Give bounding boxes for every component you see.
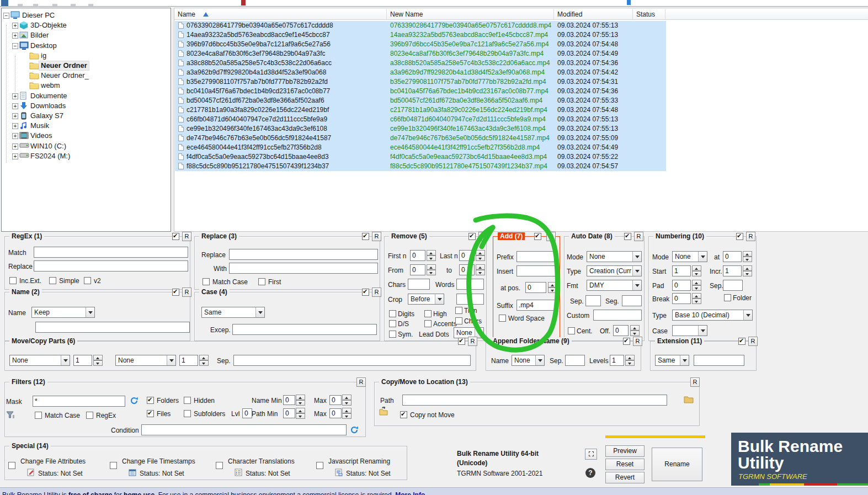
filters-path-max-spinner[interactable] [342, 408, 352, 419]
filters-condition-input[interactable] [141, 424, 347, 435]
numbering-start-input[interactable] [672, 265, 691, 276]
tree-item-webm[interactable]: webm [2, 81, 171, 91]
filters-name-min-spinner[interactable] [296, 395, 305, 406]
filters-regex-checkbox[interactable] [86, 412, 93, 419]
add-at-pos-spinner[interactable] [548, 282, 557, 293]
numbering-type-select[interactable]: Base 10 (Decimal) [672, 310, 753, 321]
file-row[interactable]: de747be946c767b63e5e0b056dc5f91824e41587… [175, 134, 666, 143]
chevron-down-icon[interactable] [61, 355, 70, 365]
remove-chars-input[interactable] [408, 279, 430, 290]
filters-name-max-spinner[interactable] [342, 395, 352, 406]
add-at-pos-input[interactable] [525, 282, 546, 293]
remove-crop-select[interactable]: Before [408, 294, 444, 305]
file-row[interactable]: b35e2799081107f757ab7b0fd777bb782b92a2fd… [175, 77, 666, 87]
filters-files-checkbox[interactable] [147, 410, 154, 417]
file-row[interactable]: a38c88b520a585a258e57c4b3c538c22d06a6acc… [175, 58, 666, 68]
file-row[interactable]: f4df0ca5c5a0e9eaac59273bc64d15baae4ee8d3… [175, 152, 666, 162]
character-translations-checkbox[interactable] [216, 462, 223, 469]
chevron-down-icon[interactable] [255, 307, 264, 317]
tree-item-dokumente[interactable]: +Dokumente [2, 91, 171, 101]
numbering-pad-input[interactable] [672, 280, 691, 291]
remove-trim-checkbox[interactable] [455, 307, 462, 314]
name-text-input[interactable] [35, 322, 190, 333]
remove-from-spinner[interactable] [427, 264, 436, 275]
remove-high-checkbox[interactable] [424, 310, 432, 317]
filters-path-min-spinner[interactable] [296, 408, 305, 419]
collapse-icon[interactable]: − [3, 13, 9, 19]
remove-digits-checkbox[interactable] [389, 310, 396, 317]
regex-incext-checkbox[interactable] [9, 277, 17, 284]
case-mode-select[interactable]: Same [201, 307, 265, 318]
javascript-renaming-checkbox[interactable] [316, 462, 323, 469]
add-reset-button[interactable]: R [546, 232, 556, 241]
numbering-mode-select[interactable]: None [672, 251, 707, 262]
file-row[interactable]: bd500457cf261df672ba0e3df8e366a5f502aaf6… [175, 96, 666, 105]
chevron-down-icon[interactable] [632, 280, 641, 290]
copy-move-path-input[interactable] [402, 395, 667, 406]
numbering-break-spinner[interactable] [692, 293, 701, 304]
tree-item-neuer-ordner-[interactable]: Neuer Ordner_ [2, 71, 171, 81]
copy-move-reset-button[interactable]: R [690, 377, 700, 387]
chevron-down-icon[interactable] [632, 266, 641, 276]
remove-words-input[interactable] [456, 279, 484, 290]
reset-button[interactable]: Reset [605, 459, 645, 470]
tree-item-neuer-ordner[interactable]: Neuer Ordner [2, 61, 171, 71]
filters-lvl-input[interactable] [242, 408, 252, 418]
replace-first-checkbox[interactable] [258, 278, 265, 285]
auto-date-off-spinner[interactable] [630, 325, 640, 336]
remove-ds-checkbox[interactable] [389, 320, 396, 327]
append-reset-button[interactable]: R [633, 337, 642, 346]
add-insert-input[interactable] [516, 265, 556, 276]
name-reset-button[interactable]: R [182, 288, 191, 297]
name-enabled-checkbox[interactable] [172, 289, 179, 296]
numbering-start-spinner[interactable] [692, 265, 701, 276]
filters-name-max-input[interactable] [329, 395, 342, 405]
tree-item-dieser-pc[interactable]: −Dieser PC [2, 10, 171, 20]
append-levels-input[interactable] [610, 355, 624, 366]
file-attributes-icon[interactable] [27, 469, 35, 478]
extension-reset-button[interactable]: R [748, 337, 758, 346]
expand-icon[interactable]: + [12, 93, 18, 99]
regex-simple-checkbox[interactable] [49, 277, 56, 284]
expand-window-button[interactable] [585, 449, 597, 460]
auto-date-enabled-checkbox[interactable] [624, 233, 631, 240]
column-header-modified[interactable]: Modified [554, 9, 633, 19]
numbering-enabled-checkbox[interactable] [736, 233, 743, 240]
move-copy-reset-button[interactable]: R [468, 337, 477, 346]
file-row[interactable]: ce99e1b320496f340fe167463ac43da9c3ef6108… [175, 124, 666, 134]
tree-item-3d-objekte[interactable]: +3D-Objekte [2, 20, 171, 30]
remove-to-spinner[interactable] [476, 264, 485, 275]
file-row[interactable]: 8023e4ca8af76b30f6c3ef79648b29b04a97a3fc… [175, 49, 666, 58]
append-sep-input[interactable] [565, 355, 585, 366]
column-header-name[interactable]: Name [174, 9, 387, 19]
add-suffix-input[interactable] [516, 300, 556, 311]
revert-button[interactable]: Revert [605, 472, 645, 483]
tree-item-fs2024-m-[interactable]: +FS2024 (M:) [2, 151, 171, 161]
refresh-icon[interactable] [350, 425, 359, 434]
numbering-at-spinner[interactable] [743, 251, 752, 262]
expand-icon[interactable]: + [12, 133, 18, 139]
move-copy-n2-input[interactable] [179, 355, 198, 366]
tree-item-galaxy-s7[interactable]: +Galaxy S7 [2, 111, 171, 121]
remove-first-n-spinner[interactable] [427, 250, 436, 261]
file-row[interactable]: c217781b1a90a3fa829c0226e156dc224ed219bf… [175, 105, 666, 115]
expand-icon[interactable]: + [12, 153, 18, 159]
auto-date-cent-checkbox[interactable] [568, 327, 575, 334]
filters-path-max-input[interactable] [329, 408, 342, 418]
filters-path-min-input[interactable] [283, 408, 295, 418]
move-copy-n2-spinner[interactable] [199, 355, 209, 366]
chevron-down-icon[interactable] [698, 252, 707, 262]
remove-sym-checkbox[interactable] [389, 331, 396, 338]
expand-icon[interactable]: + [12, 103, 18, 109]
file-row[interactable]: a3a962b9d7ff929820b4a1d38d4f52a3ef90a068… [175, 68, 666, 77]
remove-last-n-spinner[interactable] [476, 250, 485, 261]
help-icon[interactable]: ? [585, 468, 595, 478]
replace-enabled-checkbox[interactable] [362, 233, 369, 240]
case-enabled-checkbox[interactable] [362, 289, 369, 296]
file-row[interactable]: c66fb04871d6040407947ce7d2d111ccc5bfe9a9… [175, 115, 666, 124]
filters-match-case-checkbox[interactable] [35, 412, 42, 419]
tree-item-musik[interactable]: +Musik [2, 121, 171, 131]
expand-icon[interactable]: + [12, 143, 18, 150]
replace-match-case-checkbox[interactable] [203, 278, 210, 285]
file-row[interactable]: 14aea93232a5bd5763eabcd8acc9ef1e45cbcc87… [175, 30, 666, 40]
